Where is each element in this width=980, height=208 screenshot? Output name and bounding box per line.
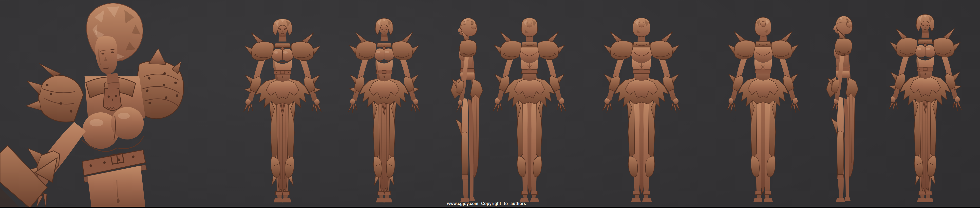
model-three-quarter-back-right <box>722 17 805 205</box>
model-three-quarter-back-left <box>488 18 571 205</box>
model-back-view <box>597 18 686 205</box>
model-closeup-bust <box>0 0 189 208</box>
clay-render-scene: www.cgjoy.com Copyright to authors <box>0 0 980 208</box>
model-three-quarter-front-left <box>344 18 425 206</box>
model-front-view <box>238 19 327 206</box>
model-three-quarter-front-right <box>884 14 967 206</box>
watermark-text: www.cgjoy.com Copyright to authors <box>447 201 526 206</box>
model-side-view-b <box>802 15 881 205</box>
bottom-letterbox-bar <box>0 207 980 208</box>
